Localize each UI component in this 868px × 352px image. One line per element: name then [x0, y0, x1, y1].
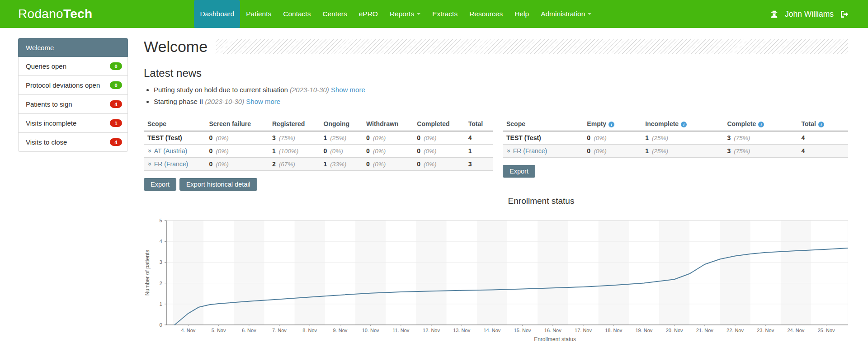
completion-table-block: ScopeEmptyiIncompleteiCompleteiTotali TE…	[503, 118, 848, 178]
x-tick-label: 19. Nov	[635, 328, 652, 333]
day-band	[234, 221, 264, 325]
sidebar-item-welcome[interactable]: Welcome	[18, 38, 128, 57]
count-badge: 0	[110, 81, 122, 89]
chevron-down-icon	[417, 13, 420, 15]
show-more-link[interactable]: Show more	[246, 98, 280, 105]
cell-count: 0	[324, 147, 327, 155]
logo-text-bold: Tech	[63, 7, 92, 21]
cell-count: 0	[366, 160, 370, 168]
scope-link[interactable]: FR (France)	[513, 147, 547, 155]
nav-item-reports[interactable]: Reports	[384, 0, 426, 28]
x-tick-label: 10. Nov	[362, 328, 379, 333]
export-button[interactable]: Export	[503, 165, 535, 178]
y-axis-label: Number of patients	[144, 250, 151, 296]
export-button[interactable]: Export	[144, 178, 176, 191]
column-header-completed: Completed	[413, 118, 464, 131]
x-tick-label: 15. Nov	[514, 328, 531, 333]
nav-item-resources[interactable]: Resources	[463, 0, 509, 28]
enrollment-table: ScopeScreen failureRegisteredOngoingWith…	[144, 118, 493, 171]
x-tick-label: 20. Nov	[666, 328, 683, 333]
nav-item-centers[interactable]: Centers	[316, 0, 353, 28]
day-band	[416, 221, 446, 325]
y-tick-label: 4	[160, 239, 163, 244]
page-title-text: Welcome	[144, 37, 208, 56]
cell-percent: (0%)	[424, 135, 437, 141]
top-navbar: RodanoTech DashboardPatientsContactsCent…	[0, 0, 868, 28]
nav-item-extracts[interactable]: Extracts	[426, 0, 463, 28]
user-menu[interactable]: John Williams	[769, 0, 849, 28]
app-logo[interactable]: RodanoTech	[18, 0, 92, 28]
cell-percent: (0%)	[594, 135, 607, 141]
cell-count: 0	[417, 160, 420, 168]
column-header-incomplete: Incompletei	[642, 118, 723, 131]
cell-count: 0	[209, 147, 212, 155]
title-stripes-decoration	[216, 39, 848, 54]
enrollment-chart-section: Enrollment status 0123454. Nov5. Nov6. N…	[144, 196, 848, 344]
cell-percent: (0%)	[373, 135, 386, 141]
scope-link[interactable]: FR (France)	[154, 160, 188, 168]
y-tick-label: 3	[160, 259, 162, 265]
cell-count: 2	[272, 160, 276, 168]
column-header-scope: Scope	[503, 118, 583, 131]
cell-percent: (25%)	[652, 148, 668, 155]
y-tick-label: 1	[160, 301, 162, 307]
cell-percent: (25%)	[330, 135, 346, 141]
sidebar-item-label: Visits incomplete	[26, 119, 76, 127]
news-list: Putting study on hold due to current sit…	[144, 84, 848, 108]
cell-count: 0	[587, 147, 590, 155]
table-row-test-test: TEST (Test)0(0%)1(25%)3(75%)4	[503, 131, 848, 145]
info-icon[interactable]: i	[818, 122, 824, 127]
cell-total: 4	[802, 147, 805, 155]
page-title: Welcome	[144, 37, 848, 56]
x-tick-label: 11. Nov	[392, 328, 410, 333]
logo-text-light: Rodano	[18, 7, 63, 21]
sidebar-item-visits-incomplete[interactable]: Visits incomplete1	[18, 114, 128, 133]
sign-out-icon[interactable]	[840, 9, 849, 19]
nav-item-epro[interactable]: ePRO	[353, 0, 384, 28]
table-row-at-austria: «AT (Austria)0(0%)1(100%)0(0%)0(0%)0(0%)…	[144, 145, 493, 158]
sidebar-nav: WelcomeQueries open0Protocol deviations …	[18, 38, 128, 152]
info-icon[interactable]: i	[609, 122, 614, 127]
scope-link[interactable]: AT (Austria)	[154, 147, 187, 155]
scope-label: TEST (Test)	[147, 134, 182, 141]
cell-percent: (0%)	[594, 148, 607, 155]
sidebar-item-patients-to-sign[interactable]: Patients to sign4	[18, 95, 128, 114]
day-band	[295, 221, 325, 325]
count-badge: 1	[110, 119, 122, 127]
show-more-link[interactable]: Show more	[331, 86, 365, 94]
day-band	[659, 221, 689, 325]
nav-item-patients[interactable]: Patients	[240, 0, 277, 28]
export-historical-detail-button[interactable]: Export historical detail	[179, 178, 257, 191]
nav-item-contacts[interactable]: Contacts	[277, 0, 316, 28]
count-badge: 0	[110, 62, 122, 70]
column-header-scope: Scope	[144, 118, 205, 131]
sidebar-item-visits-to-close[interactable]: Visits to close4	[18, 133, 128, 152]
nav-item-dashboard[interactable]: Dashboard	[194, 0, 240, 28]
info-icon[interactable]: i	[681, 122, 687, 127]
chevron-double-down-icon: «	[146, 162, 153, 166]
day-band	[781, 221, 811, 325]
scope-label: TEST (Test)	[506, 134, 541, 141]
cell-count: 0	[366, 134, 370, 141]
table-row-fr-france: «FR (France)0(0%)1(25%)3(75%)4	[503, 145, 848, 158]
table-row-test-test: TEST (Test)0(0%)3(75%)1(25%)0(0%)0(0%)4	[144, 131, 493, 145]
x-tick-label: 12. Nov	[423, 328, 440, 333]
day-band	[173, 221, 203, 325]
nav-item-help[interactable]: Help	[509, 0, 535, 28]
x-tick-label: 6. Nov	[242, 328, 256, 333]
info-icon[interactable]: i	[758, 122, 764, 127]
sidebar-item-label: Protocol deviations open	[26, 81, 100, 89]
sidebar-item-protocol-deviations-open[interactable]: Protocol deviations open0	[18, 76, 128, 95]
cell-count: 0	[209, 134, 212, 141]
news-item: Starting phase II (2023-10-30) Show more	[154, 96, 848, 108]
cell-percent: (75%)	[279, 135, 295, 141]
x-tick-label: 13. Nov	[453, 328, 470, 333]
x-tick-label: 21. Nov	[696, 328, 713, 333]
cell-total: 3	[468, 160, 472, 168]
x-tick-label: 17. Nov	[575, 328, 592, 333]
cell-percent: (67%)	[279, 161, 295, 168]
nav-item-administration[interactable]: Administration	[535, 0, 597, 28]
cell-percent: (0%)	[216, 161, 229, 168]
sidebar-item-queries-open[interactable]: Queries open0	[18, 57, 128, 76]
enrollment-status-line-chart: 0123454. Nov5. Nov6. Nov7. Nov8. Nov9. N…	[144, 209, 848, 344]
